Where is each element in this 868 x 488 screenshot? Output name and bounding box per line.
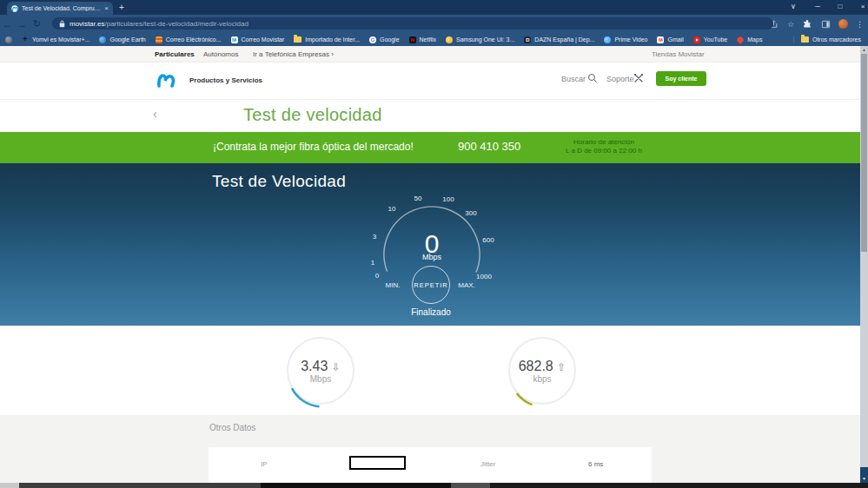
tab-close-icon[interactable]: × bbox=[104, 5, 109, 12]
chevron-right-icon: › bbox=[331, 50, 334, 58]
side-panel-icon[interactable] bbox=[821, 20, 831, 29]
scroll-up-icon[interactable]: ▲ bbox=[860, 47, 868, 52]
tab-search-icon[interactable]: ∨ bbox=[782, 0, 805, 13]
jitter-label: Jitter bbox=[480, 460, 495, 468]
bookmark-star-icon[interactable]: ☆ bbox=[787, 20, 794, 29]
movistar-logo[interactable] bbox=[155, 69, 176, 90]
gauge-tick: 50 bbox=[414, 195, 422, 202]
vertical-scrollbar[interactable]: ▲ ▼ bbox=[860, 46, 868, 483]
results-section: 3.43 ⇩ Mbps 682.8 ⇧ kbps bbox=[0, 326, 860, 415]
back-icon[interactable]: ← bbox=[0, 19, 15, 30]
movistar-plus-icon: + bbox=[22, 36, 29, 43]
gmail-icon: M bbox=[657, 36, 664, 43]
bookmark-google[interactable]: GGoogle bbox=[369, 36, 400, 43]
bookmark-maps[interactable]: Maps bbox=[737, 36, 762, 43]
bookmark-correo-movistar[interactable]: MCorreo Movistar bbox=[231, 36, 285, 43]
repetir-button[interactable]: REPETIR bbox=[412, 266, 450, 304]
site-nav: Particulares Autónomos Ir a Telefónica E… bbox=[0, 46, 860, 63]
jitter-value: 6 ms bbox=[588, 460, 603, 468]
google-earth-icon bbox=[99, 36, 106, 43]
gauge-min-label: MIN. bbox=[386, 281, 401, 289]
address-bar[interactable]: movistar.es/particulares/test-de-velocid… bbox=[52, 17, 773, 30]
tools-icon[interactable] bbox=[633, 73, 644, 83]
banner-phone[interactable]: 900 410 350 bbox=[458, 140, 520, 153]
search-label[interactable]: Buscar bbox=[561, 75, 586, 83]
download-result-circle: 3.43 ⇩ Mbps bbox=[287, 337, 354, 405]
page-title: Test de velocidad bbox=[243, 105, 382, 125]
other-data-card: IP Jitter 6 ms bbox=[209, 447, 652, 483]
nav-autonomos[interactable]: Autónomos bbox=[203, 50, 238, 58]
bookmark-prime-video[interactable]: Prime Video bbox=[604, 36, 647, 43]
profile-avatar[interactable] bbox=[838, 19, 848, 29]
gauge-tick: 0 bbox=[375, 272, 379, 280]
url-path: /particulares/test-de-velocidad/medir-ve… bbox=[104, 20, 248, 28]
browser-tab[interactable]: Test de Velocidad. Comprueba la × bbox=[7, 2, 113, 15]
bookmark-samsung[interactable]: Samsung One UI: 3... bbox=[446, 36, 514, 43]
samsung-one-ui-icon bbox=[446, 36, 453, 43]
bookmark-gmail[interactable]: MGmail bbox=[657, 36, 683, 43]
support-label[interactable]: Soporte bbox=[606, 75, 634, 83]
bookmark-correo-electronico[interactable]: Correo Eléctrónico... bbox=[156, 36, 222, 43]
banner-text: ¡Contrata la mejor fibra óptica del merc… bbox=[213, 141, 414, 153]
prime-video-icon bbox=[604, 36, 611, 43]
promo-banner[interactable]: ¡Contrata la mejor fibra óptica del merc… bbox=[0, 132, 860, 163]
nav-particulares[interactable]: Particulares bbox=[155, 50, 195, 58]
speedtest-hero: Test de Velocidad 0 1 3 10 50 100 300 60… bbox=[0, 163, 860, 326]
bookmark-importado[interactable]: Importado de Inter... bbox=[294, 36, 360, 43]
soy-cliente-button[interactable]: Soy cliente bbox=[656, 71, 706, 86]
gauge-tick: 1 bbox=[371, 259, 374, 267]
netflix-icon: N bbox=[409, 36, 416, 43]
bookmark-netflix[interactable]: NNetflix bbox=[409, 36, 436, 43]
gauge-tick: 10 bbox=[388, 205, 396, 213]
page-heading-bar: ‹ Test de velocidad bbox=[0, 100, 860, 132]
tab-strip: Test de Velocidad. Comprueba la × + ∨ ─ … bbox=[0, 0, 868, 15]
movistar-m-icon: M bbox=[231, 36, 238, 43]
tab-title: Test de Velocidad. Comprueba la bbox=[22, 5, 101, 11]
extensions-puzzle-icon[interactable] bbox=[803, 19, 812, 29]
mail-stripes-icon bbox=[156, 36, 162, 43]
scrollbar-bottom: ▼ bbox=[860, 467, 868, 483]
taskbar-sliver[interactable] bbox=[0, 483, 868, 488]
bookmark-google-earth[interactable]: Google Earth bbox=[99, 36, 145, 43]
bookmark-yomvi[interactable]: +Yomvi es Movistar+... bbox=[22, 36, 89, 43]
download-arc bbox=[287, 337, 358, 408]
reload-icon[interactable]: ↻ bbox=[30, 18, 44, 30]
scrollbar-thumb[interactable] bbox=[861, 54, 867, 252]
ip-label: IP bbox=[261, 460, 268, 468]
globe-icon bbox=[5, 36, 12, 43]
back-chevron-icon[interactable]: ‹ bbox=[153, 107, 157, 121]
page-content: Particulares Autónomos Ir a Telefónica E… bbox=[0, 46, 860, 483]
gauge-tick: 300 bbox=[465, 209, 476, 217]
site-header: Productos y Servicios Buscar Soporte Soy… bbox=[0, 63, 860, 100]
nav-tiendas-movistar[interactable]: Tiendas Movistar bbox=[652, 50, 705, 58]
upload-arc bbox=[508, 337, 580, 408]
gauge-max-label: MAX. bbox=[458, 281, 475, 289]
maps-pin-icon bbox=[736, 35, 745, 43]
browser-toolbar: ← → ↻ movistar.es/particulares/test-de-v… bbox=[0, 15, 868, 33]
window-minimize-button[interactable]: ─ bbox=[806, 0, 829, 13]
other-bookmarks[interactable]: Otros marcadores bbox=[793, 36, 861, 43]
browser-menu-icon[interactable]: ⋮ bbox=[856, 20, 864, 29]
url-text: movistar.es/particulares/test-de-velocid… bbox=[70, 20, 248, 28]
gauge-status: Finalizado bbox=[411, 307, 451, 317]
forward-icon[interactable]: → bbox=[15, 19, 30, 30]
upload-result-circle: 682.8 ⇧ kbps bbox=[508, 337, 576, 405]
window-maximize-button[interactable]: □ bbox=[829, 0, 851, 13]
banner-schedule: Horario de atención L a D de 09:00 a 22:… bbox=[556, 138, 652, 155]
browser-chrome: Test de Velocidad. Comprueba la × + ∨ ─ … bbox=[0, 0, 868, 46]
dazn-icon: D bbox=[524, 36, 531, 43]
new-tab-button[interactable]: + bbox=[119, 3, 124, 12]
bookmark-globe[interactable] bbox=[5, 36, 12, 43]
gauge-tick: 600 bbox=[482, 236, 494, 244]
brand-products-services[interactable]: Productos y Servicios bbox=[189, 76, 262, 84]
folder-icon bbox=[294, 36, 301, 43]
google-g-icon: G bbox=[369, 36, 376, 43]
nav-empresas[interactable]: Ir a Telefónica Empresas › bbox=[253, 50, 334, 58]
search-icon[interactable] bbox=[587, 73, 598, 83]
scroll-down-icon[interactable]: ▼ bbox=[860, 476, 868, 481]
bookmark-dazn[interactable]: DDAZN España | Dep... bbox=[524, 36, 594, 43]
speedtest-title: Test de Velocidad bbox=[212, 172, 346, 191]
bookmark-youtube[interactable]: YouTube bbox=[693, 36, 728, 43]
window-close-button[interactable]: × bbox=[851, 0, 868, 13]
gauge-tick: 100 bbox=[442, 195, 454, 203]
